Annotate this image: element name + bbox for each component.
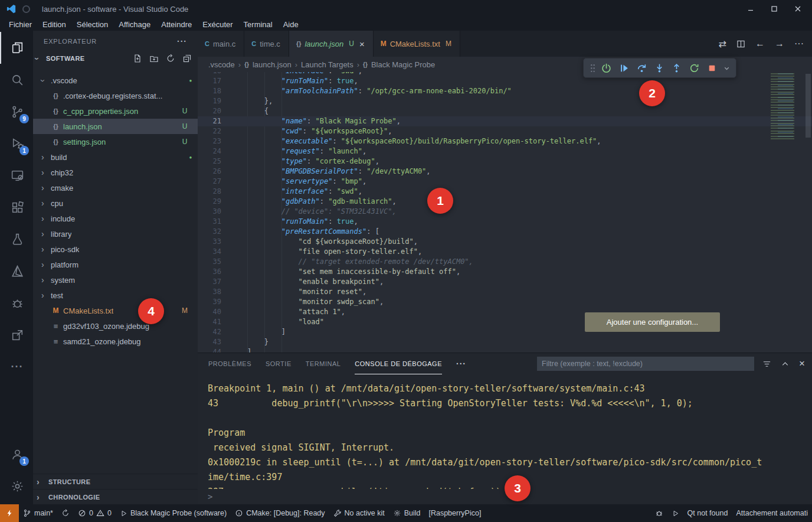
editor-tab[interactable]: Ctime.c (244, 31, 289, 57)
close-button[interactable] (794, 5, 801, 12)
filter-lines-icon[interactable] (762, 360, 771, 368)
code-line[interactable]: 38 "monitor reset", (198, 287, 812, 297)
navigate-forward-icon[interactable]: → (775, 38, 784, 49)
bug-tool-icon[interactable] (0, 287, 33, 319)
panel-tab[interactable]: PROBLÈMES (208, 353, 251, 374)
code-line[interactable]: 22 "cwd": "${workspaceRoot}", (198, 126, 812, 136)
more-actions-icon[interactable]: ··· (794, 38, 804, 49)
qt-status[interactable]: Qt not found (683, 504, 732, 522)
sync-button[interactable] (57, 504, 74, 522)
panel-tab[interactable]: SORTIE (266, 353, 292, 374)
breadcrumb-item[interactable]: ›{}launch.json (238, 60, 292, 69)
auto-attach-status[interactable]: Attachement automati (732, 504, 812, 522)
open-changes-icon[interactable]: ⇄ (719, 38, 726, 50)
step-out-icon[interactable] (670, 60, 684, 76)
cmake-variant[interactable]: [RaspberryPico] (424, 504, 485, 522)
tree-item[interactable]: MCMakeLists.txtM (33, 303, 198, 318)
restart-icon[interactable] (687, 60, 702, 76)
minimize-button[interactable] (747, 5, 754, 12)
settings-gear-icon[interactable] (0, 470, 33, 502)
git-branch-status[interactable]: main* (19, 504, 57, 522)
navigate-back-icon[interactable]: ← (755, 38, 765, 49)
code-line[interactable]: 30 // "device": "STM32L431VC", (198, 207, 812, 217)
tree-item[interactable]: cmake (33, 180, 198, 195)
tree-item[interactable]: {}c_cpp_properties.jsonU (33, 103, 198, 119)
cmake-build-button[interactable]: Build (389, 504, 425, 522)
sidebar-more-icon[interactable]: ··· (177, 37, 187, 46)
code-line[interactable]: 29 "gdbPath": "gdb-multiarch", (198, 197, 812, 207)
tree-item[interactable]: chip32 (33, 165, 198, 180)
console-input-prompt[interactable]: > (208, 492, 212, 501)
workspace-section-header[interactable]: SOFTWARE (33, 51, 198, 66)
refresh-icon[interactable] (166, 54, 175, 63)
code-line[interactable]: 26 "BMPGDBSerialPort": "/dev/ttyACM0", (198, 167, 812, 177)
debug-launch-status[interactable]: Black Magic Probe (software) (116, 504, 231, 522)
more-actions-icon[interactable]: ··· (0, 351, 33, 383)
testing-beaker-icon[interactable] (0, 223, 33, 255)
editor-tab[interactable]: {}launch.jsonU× (289, 31, 374, 57)
step-into-icon[interactable] (652, 60, 666, 76)
code-line[interactable]: 39 "monitor swdp_scan", (198, 297, 812, 307)
panel-tab[interactable]: CONSOLE DE DÉBOGAGE (355, 353, 442, 374)
code-line[interactable]: 25 "type": "cortex-debug", (198, 156, 812, 167)
extensions-icon[interactable] (0, 191, 33, 223)
collapse-all-icon[interactable] (182, 54, 192, 63)
continue-icon[interactable] (617, 60, 631, 76)
panel-tab[interactable]: TERMINAL (306, 353, 341, 374)
editor-tab[interactable]: MCMakeLists.txtM (374, 31, 460, 57)
code-line[interactable]: 36 "set mem inaccessible-by-default off"… (198, 267, 812, 277)
power-icon[interactable] (600, 60, 614, 76)
maximize-button[interactable] (771, 5, 778, 12)
code-line[interactable]: 27 "servertype": "bmp", (198, 177, 812, 187)
new-file-icon[interactable] (133, 54, 142, 63)
menu-item[interactable]: Exécuter (197, 19, 238, 30)
menu-item[interactable]: Affichage (113, 19, 156, 30)
new-folder-icon[interactable] (149, 54, 159, 63)
minimap[interactable] (768, 73, 803, 139)
remote-explorer-icon[interactable] (0, 159, 33, 191)
editor-tab[interactable]: Cmain.c (198, 31, 244, 57)
tree-item[interactable]: pico-sdk (33, 242, 198, 257)
code-line[interactable]: 43 } (198, 337, 812, 347)
code-line[interactable]: 31 "runToMain": true, (198, 217, 812, 227)
tree-item[interactable]: {}launch.jsonU (33, 119, 198, 134)
more-actions-icon[interactable]: ··· (456, 359, 466, 368)
close-panel-icon[interactable]: × (799, 358, 805, 370)
cmake-launch-button[interactable] (667, 504, 683, 522)
menu-item[interactable]: Fichier (4, 19, 37, 30)
tree-item[interactable]: platform (33, 257, 198, 272)
tree-item[interactable]: build● (33, 149, 198, 165)
cmake-kit-status[interactable]: No active kit (329, 504, 389, 522)
sidebar-bottom-section[interactable]: CHRONOLOGIE (33, 489, 198, 504)
explorer-icon[interactable] (0, 32, 33, 64)
split-editor-icon[interactable] (736, 40, 745, 48)
code-line[interactable]: 19 }, (198, 96, 812, 106)
code-line[interactable]: 44 ] (198, 347, 812, 353)
tree-item[interactable]: test (33, 288, 198, 303)
tree-item[interactable]: ≡gd32vf103_ozone.jdebug (33, 318, 198, 334)
remote-indicator[interactable] (0, 504, 19, 522)
account-icon[interactable]: 1 (0, 438, 33, 470)
maximize-panel-icon[interactable] (781, 360, 790, 368)
menu-item[interactable]: Atteindre (156, 19, 197, 30)
run-debug-icon[interactable]: 1 (0, 128, 33, 159)
chevron-down-icon[interactable] (722, 60, 731, 76)
tree-item[interactable]: library (33, 226, 198, 242)
search-icon[interactable] (0, 64, 33, 96)
problems-status[interactable]: 0 0 (74, 504, 116, 522)
source-control-icon[interactable]: 9 (0, 96, 33, 128)
code-line[interactable]: 20 { (198, 106, 812, 116)
tree-item[interactable]: {}settings.jsonU (33, 134, 198, 149)
code-line[interactable]: 23 "executable": "${workspaceRoot}/build… (198, 136, 812, 146)
code-line[interactable]: 21 "name": "Black Magic Probe", (198, 116, 812, 126)
menu-item[interactable]: Terminal (238, 19, 278, 30)
breadcrumb-item[interactable]: ›Launch Targets (295, 60, 353, 69)
cmake-icon[interactable] (0, 255, 33, 287)
tree-item[interactable]: cpu (33, 195, 198, 211)
breadcrumb-item[interactable]: .vscode (208, 60, 235, 69)
menu-item[interactable]: Sélection (71, 19, 113, 30)
menu-item[interactable]: Aide (278, 19, 304, 30)
code-line[interactable]: 28 "interface": "swd", (198, 187, 812, 197)
close-tab-icon[interactable]: × (359, 39, 365, 49)
cmake-status[interactable]: CMake: [Debug]: Ready (231, 504, 329, 522)
